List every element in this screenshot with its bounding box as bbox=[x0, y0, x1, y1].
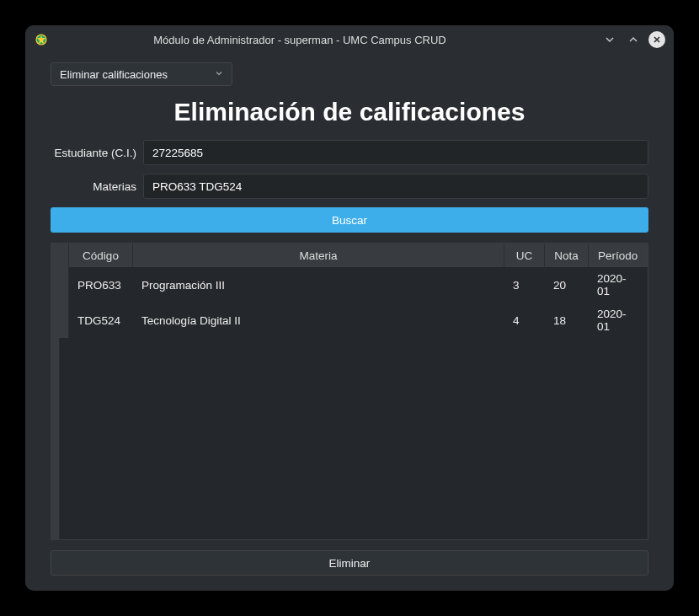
table-row[interactable]: PRO633Programación III3202020-01 bbox=[51, 267, 648, 303]
titlebar-controls bbox=[601, 31, 665, 48]
student-row: Estudiante (C.I.) bbox=[51, 140, 648, 165]
cell-materia: Programación III bbox=[133, 267, 504, 303]
table-fill bbox=[51, 338, 648, 539]
cell-uc: 4 bbox=[504, 303, 545, 338]
maximize-button[interactable] bbox=[625, 31, 642, 48]
col-header-uc[interactable]: UC bbox=[504, 244, 545, 267]
subjects-label: Materias bbox=[51, 180, 136, 193]
subjects-input[interactable] bbox=[143, 174, 648, 199]
app-window: Módulo de Administrador - superman - UMC… bbox=[25, 25, 674, 591]
col-header-nota[interactable]: Nota bbox=[545, 244, 589, 267]
row-header-cell bbox=[51, 267, 69, 303]
col-header-periodo[interactable]: Período bbox=[589, 244, 648, 267]
row-header-fill bbox=[51, 338, 60, 539]
close-button[interactable] bbox=[648, 31, 665, 48]
results-table-container: Código Materia UC Nota Período PRO633Pro… bbox=[51, 243, 648, 540]
window-title: Módulo de Administrador - superman - UMC… bbox=[25, 34, 601, 46]
titlebar: Módulo de Administrador - superman - UMC… bbox=[25, 25, 674, 54]
student-id-input[interactable] bbox=[143, 140, 648, 165]
table-header-row: Código Materia UC Nota Período bbox=[51, 244, 648, 267]
cell-materia: Tecnología Digital II bbox=[133, 303, 504, 338]
cell-uc: 3 bbox=[504, 267, 545, 303]
subjects-row: Materias bbox=[51, 174, 648, 199]
table-row[interactable]: TDG524Tecnología Digital II4182020-01 bbox=[51, 303, 648, 338]
cell-nota: 18 bbox=[545, 303, 589, 338]
page-title: Eliminación de calificaciones bbox=[51, 98, 648, 126]
col-header-materia[interactable]: Materia bbox=[133, 244, 504, 267]
row-header-cell bbox=[51, 303, 69, 338]
search-button[interactable]: Buscar bbox=[51, 207, 648, 233]
action-select-value: Eliminar calificaciones bbox=[60, 68, 168, 81]
results-table: Código Materia UC Nota Período PRO633Pro… bbox=[51, 244, 648, 338]
cell-periodo: 2020-01 bbox=[589, 267, 648, 303]
cell-nota: 20 bbox=[545, 267, 589, 303]
cell-codigo: TDG524 bbox=[69, 303, 133, 338]
minimize-button[interactable] bbox=[601, 31, 618, 48]
action-select[interactable]: Eliminar calificaciones bbox=[51, 62, 232, 86]
delete-button[interactable]: Eliminar bbox=[51, 550, 648, 576]
col-header-codigo[interactable]: Código bbox=[69, 244, 133, 267]
content-area: Eliminar calificaciones Eliminación de c… bbox=[25, 54, 674, 591]
cell-codigo: PRO633 bbox=[69, 267, 133, 303]
student-label: Estudiante (C.I.) bbox=[51, 147, 136, 159]
cell-periodo: 2020-01 bbox=[589, 303, 648, 338]
row-header-stub bbox=[51, 244, 69, 267]
chevron-down-icon bbox=[215, 69, 223, 79]
